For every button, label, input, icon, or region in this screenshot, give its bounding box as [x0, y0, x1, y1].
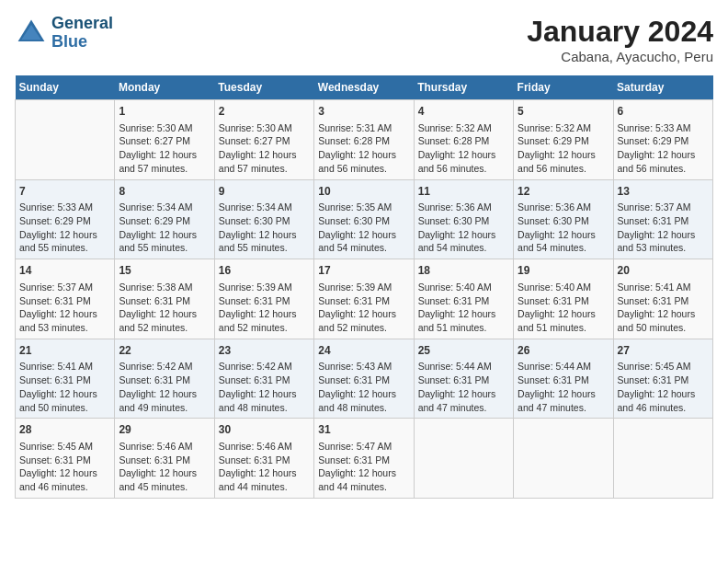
- day-content: Sunrise: 5:47 AM Sunset: 6:31 PM Dayligh…: [318, 440, 409, 494]
- day-number: 20: [618, 263, 709, 279]
- calendar-cell: 10Sunrise: 5:35 AM Sunset: 6:30 PM Dayli…: [314, 179, 414, 259]
- day-number: 17: [318, 263, 409, 279]
- weekday-header-wednesday: Wednesday: [314, 75, 414, 100]
- title-block: January 2024 Cabana, Ayacucho, Peru: [527, 15, 713, 64]
- day-content: Sunrise: 5:40 AM Sunset: 6:31 PM Dayligh…: [518, 281, 609, 335]
- calendar-cell: 20Sunrise: 5:41 AM Sunset: 6:31 PM Dayli…: [613, 259, 712, 339]
- calendar-cell: 13Sunrise: 5:37 AM Sunset: 6:31 PM Dayli…: [613, 179, 712, 259]
- calendar-cell: 28Sunrise: 5:45 AM Sunset: 6:31 PM Dayli…: [16, 419, 115, 499]
- calendar-cell: 29Sunrise: 5:46 AM Sunset: 6:31 PM Dayli…: [115, 419, 214, 499]
- day-content: Sunrise: 5:45 AM Sunset: 6:31 PM Dayligh…: [19, 440, 110, 494]
- day-number: 31: [318, 422, 409, 438]
- calendar-cell: 23Sunrise: 5:42 AM Sunset: 6:31 PM Dayli…: [214, 339, 313, 419]
- day-content: Sunrise: 5:34 AM Sunset: 6:29 PM Dayligh…: [119, 201, 210, 255]
- day-number: 2: [219, 104, 310, 120]
- calendar-cell: [16, 100, 115, 180]
- weekday-header-friday: Friday: [514, 75, 613, 100]
- calendar-week-3: 14Sunrise: 5:37 AM Sunset: 6:31 PM Dayli…: [16, 259, 713, 339]
- calendar-cell: 4Sunrise: 5:32 AM Sunset: 6:28 PM Daylig…: [414, 100, 513, 180]
- logo: General Blue: [15, 15, 113, 52]
- day-content: Sunrise: 5:42 AM Sunset: 6:31 PM Dayligh…: [219, 360, 310, 414]
- logo-text: General Blue: [51, 15, 113, 52]
- day-content: Sunrise: 5:34 AM Sunset: 6:30 PM Dayligh…: [219, 201, 310, 255]
- calendar-week-5: 28Sunrise: 5:45 AM Sunset: 6:31 PM Dayli…: [16, 419, 713, 499]
- day-content: Sunrise: 5:33 AM Sunset: 6:29 PM Dayligh…: [618, 121, 709, 176]
- calendar-week-1: 1Sunrise: 5:30 AM Sunset: 6:27 PM Daylig…: [16, 100, 713, 180]
- day-content: Sunrise: 5:46 AM Sunset: 6:31 PM Dayligh…: [219, 440, 310, 494]
- day-number: 8: [119, 184, 210, 200]
- weekday-header-row: SundayMondayTuesdayWednesdayThursdayFrid…: [16, 75, 713, 100]
- day-number: 5: [518, 104, 609, 120]
- calendar-week-4: 21Sunrise: 5:41 AM Sunset: 6:31 PM Dayli…: [16, 339, 713, 419]
- day-number: 16: [219, 263, 310, 279]
- day-number: 4: [418, 104, 509, 120]
- logo-icon: [15, 17, 48, 50]
- day-number: 15: [119, 263, 210, 279]
- calendar-cell: 11Sunrise: 5:36 AM Sunset: 6:30 PM Dayli…: [414, 179, 513, 259]
- day-number: 11: [418, 184, 509, 200]
- weekday-header-tuesday: Tuesday: [214, 75, 313, 100]
- calendar-cell: [613, 419, 712, 499]
- day-number: 18: [418, 263, 509, 279]
- calendar-cell: 1Sunrise: 5:30 AM Sunset: 6:27 PM Daylig…: [115, 100, 214, 180]
- weekday-header-thursday: Thursday: [414, 75, 513, 100]
- day-number: 9: [219, 184, 310, 200]
- day-content: Sunrise: 5:32 AM Sunset: 6:29 PM Dayligh…: [518, 121, 609, 176]
- day-number: 21: [19, 343, 110, 359]
- calendar-cell: 9Sunrise: 5:34 AM Sunset: 6:30 PM Daylig…: [214, 179, 313, 259]
- calendar-cell: 26Sunrise: 5:44 AM Sunset: 6:31 PM Dayli…: [514, 339, 613, 419]
- day-number: 12: [518, 184, 609, 200]
- calendar-cell: 21Sunrise: 5:41 AM Sunset: 6:31 PM Dayli…: [16, 339, 115, 419]
- calendar-cell: 3Sunrise: 5:31 AM Sunset: 6:28 PM Daylig…: [314, 100, 414, 180]
- calendar-cell: 2Sunrise: 5:30 AM Sunset: 6:27 PM Daylig…: [214, 100, 313, 180]
- day-content: Sunrise: 5:32 AM Sunset: 6:28 PM Dayligh…: [418, 121, 509, 176]
- day-number: 26: [518, 343, 609, 359]
- day-content: Sunrise: 5:41 AM Sunset: 6:31 PM Dayligh…: [19, 360, 110, 414]
- calendar-cell: [514, 419, 613, 499]
- day-content: Sunrise: 5:44 AM Sunset: 6:31 PM Dayligh…: [418, 360, 509, 414]
- day-number: 1: [119, 104, 210, 120]
- calendar-cell: 6Sunrise: 5:33 AM Sunset: 6:29 PM Daylig…: [613, 100, 712, 180]
- day-number: 14: [19, 263, 110, 279]
- calendar-cell: 15Sunrise: 5:38 AM Sunset: 6:31 PM Dayli…: [115, 259, 214, 339]
- day-content: Sunrise: 5:41 AM Sunset: 6:31 PM Dayligh…: [618, 281, 709, 335]
- day-content: Sunrise: 5:46 AM Sunset: 6:31 PM Dayligh…: [119, 440, 210, 494]
- calendar-subtitle: Cabana, Ayacucho, Peru: [527, 49, 713, 64]
- calendar-cell: 17Sunrise: 5:39 AM Sunset: 6:31 PM Dayli…: [314, 259, 414, 339]
- calendar-cell: 19Sunrise: 5:40 AM Sunset: 6:31 PM Dayli…: [514, 259, 613, 339]
- calendar-week-2: 7Sunrise: 5:33 AM Sunset: 6:29 PM Daylig…: [16, 179, 713, 259]
- calendar-cell: 27Sunrise: 5:45 AM Sunset: 6:31 PM Dayli…: [613, 339, 712, 419]
- day-number: 24: [318, 343, 409, 359]
- day-content: Sunrise: 5:30 AM Sunset: 6:27 PM Dayligh…: [119, 121, 210, 176]
- calendar-cell: 18Sunrise: 5:40 AM Sunset: 6:31 PM Dayli…: [414, 259, 513, 339]
- day-content: Sunrise: 5:43 AM Sunset: 6:31 PM Dayligh…: [318, 360, 409, 414]
- day-content: Sunrise: 5:31 AM Sunset: 6:28 PM Dayligh…: [318, 121, 409, 176]
- logo-line2: Blue: [51, 32, 87, 51]
- calendar-table: SundayMondayTuesdayWednesdayThursdayFrid…: [15, 75, 713, 499]
- calendar-cell: 22Sunrise: 5:42 AM Sunset: 6:31 PM Dayli…: [115, 339, 214, 419]
- day-content: Sunrise: 5:39 AM Sunset: 6:31 PM Dayligh…: [219, 281, 310, 335]
- day-number: 10: [318, 184, 409, 200]
- calendar-cell: [414, 419, 513, 499]
- day-content: Sunrise: 5:44 AM Sunset: 6:31 PM Dayligh…: [518, 360, 609, 414]
- day-number: 29: [119, 422, 210, 438]
- day-content: Sunrise: 5:39 AM Sunset: 6:31 PM Dayligh…: [318, 281, 409, 335]
- day-content: Sunrise: 5:42 AM Sunset: 6:31 PM Dayligh…: [119, 360, 210, 414]
- calendar-cell: 14Sunrise: 5:37 AM Sunset: 6:31 PM Dayli…: [16, 259, 115, 339]
- calendar-header: SundayMondayTuesdayWednesdayThursdayFrid…: [16, 75, 713, 100]
- day-number: 22: [119, 343, 210, 359]
- day-number: 6: [618, 104, 709, 120]
- calendar-body: 1Sunrise: 5:30 AM Sunset: 6:27 PM Daylig…: [16, 100, 713, 499]
- day-number: 3: [318, 104, 409, 120]
- page-header: General Blue January 2024 Cabana, Ayacuc…: [15, 15, 713, 64]
- weekday-header-sunday: Sunday: [16, 75, 115, 100]
- calendar-cell: 12Sunrise: 5:36 AM Sunset: 6:30 PM Dayli…: [514, 179, 613, 259]
- calendar-cell: 8Sunrise: 5:34 AM Sunset: 6:29 PM Daylig…: [115, 179, 214, 259]
- day-number: 25: [418, 343, 509, 359]
- day-number: 23: [219, 343, 310, 359]
- day-content: Sunrise: 5:38 AM Sunset: 6:31 PM Dayligh…: [119, 281, 210, 335]
- day-number: 19: [518, 263, 609, 279]
- day-number: 30: [219, 422, 310, 438]
- day-number: 27: [618, 343, 709, 359]
- day-number: 28: [19, 422, 110, 438]
